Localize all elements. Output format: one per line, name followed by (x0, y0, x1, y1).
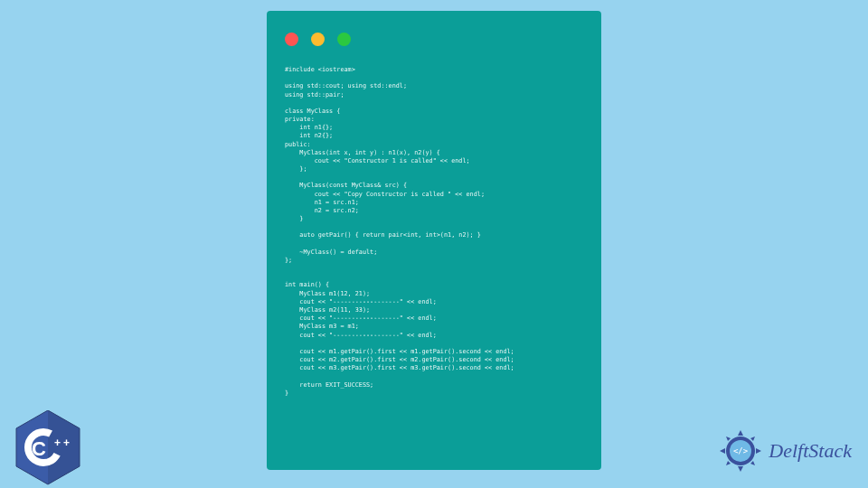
svg-marker-7 (738, 466, 743, 472)
gear-icon: </> (718, 428, 763, 474)
svg-marker-12 (750, 436, 755, 441)
minimize-icon[interactable] (311, 33, 325, 46)
svg-text:C: C (32, 437, 46, 460)
svg-marker-13 (726, 461, 731, 465)
cpp-logo: + + C (14, 410, 81, 486)
svg-marker-6 (738, 430, 743, 436)
svg-marker-8 (720, 448, 725, 454)
svg-marker-10 (726, 436, 731, 441)
svg-text:+: + (63, 436, 70, 449)
svg-marker-9 (756, 448, 761, 454)
svg-text:+: + (54, 436, 61, 449)
maximize-icon[interactable] (337, 33, 351, 46)
close-icon[interactable] (285, 33, 298, 46)
svg-text:</>: </> (733, 446, 749, 455)
code-block: #include <iostream> using std::cout; usi… (285, 66, 583, 398)
delftstack-label: DelftStack (769, 439, 852, 463)
svg-marker-11 (750, 461, 755, 465)
window-controls (285, 33, 583, 46)
code-window: #include <iostream> using std::cout; usi… (267, 11, 601, 470)
delftstack-logo: </> DelftStack (718, 428, 852, 474)
